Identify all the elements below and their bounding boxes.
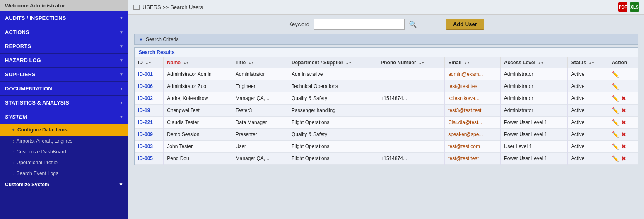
sort-icon[interactable]: ▲▼ <box>346 61 352 64</box>
col-header-phone: Phone Number ▲▼ <box>377 57 445 68</box>
cell-id: ID-003 <box>135 141 164 153</box>
cell-name: John Tester <box>164 141 232 153</box>
sidebar-item-configure-data[interactable]: ✦ Configure Data Items <box>0 124 128 136</box>
edit-button[interactable]: ✏️ <box>612 143 619 150</box>
sidebar-item-customize-system[interactable]: Customize System ▼ <box>0 179 128 190</box>
table-row: ID-006 Administrator Zuo Engineer Techni… <box>135 80 638 92</box>
sidebar-item-customize-dashboard[interactable]: :: Customize DashBoard <box>0 146 128 157</box>
col-header-name: Name ▲▼ <box>164 57 232 68</box>
cell-name: Demo Session <box>164 129 232 141</box>
cell-status: Active <box>567 129 608 141</box>
cell-access-level: Power User Level 1 <box>500 153 567 165</box>
chevron-down-icon: ▼ <box>118 182 123 187</box>
edit-button[interactable]: ✏️ <box>612 95 619 102</box>
edit-button[interactable]: ✏️ <box>612 119 619 126</box>
chevron-down-icon: ▼ <box>119 16 123 20</box>
sort-icon[interactable]: ▲▼ <box>464 61 470 64</box>
cell-phone <box>377 117 445 129</box>
cell-phone: +1514874... <box>377 153 445 165</box>
cell-status: Active <box>567 141 608 153</box>
sidebar-item-statistics-analysis[interactable]: STATISTICS & ANALYSIS ▼ <box>0 96 128 110</box>
cell-id: ID-002 <box>135 92 164 105</box>
page-icon <box>133 5 140 10</box>
cell-name: Administrator Zuo <box>164 80 232 92</box>
sidebar-item-operational-profile[interactable]: :: Operational Profile <box>0 157 128 168</box>
cell-id: ID-001 <box>135 68 164 80</box>
main-panel: USERS >> Search Users PDF XLS Keyword 🔍 … <box>128 0 644 219</box>
cell-email: test@test.test <box>445 153 501 165</box>
cell-access-level: User Level 1 <box>500 141 567 153</box>
cell-access-level: Administrator <box>500 92 567 105</box>
cell-email: Claudia@test... <box>445 117 501 129</box>
sidebar-item-audits-inspections[interactable]: AUDITS / INSPECTIONS ▼ <box>0 11 128 25</box>
search-input[interactable] <box>314 19 405 30</box>
criteria-arrow-icon: ▼ <box>139 37 143 42</box>
cell-name: Claudia Tester <box>164 117 232 129</box>
cell-title: Administrator <box>232 68 288 80</box>
sidebar-item-suppliers[interactable]: SUPPLIERS ▼ <box>0 68 128 82</box>
delete-button[interactable]: ✖ <box>621 119 626 126</box>
sort-icon[interactable]: ▲▼ <box>248 61 254 64</box>
cell-name: Chengwei Test <box>164 105 232 117</box>
cell-title: Manager QA, ... <box>232 92 288 105</box>
sort-icon[interactable]: ▲▼ <box>589 61 595 64</box>
delete-button[interactable]: ✖ <box>621 143 626 150</box>
cell-email: test@test.com <box>445 141 501 153</box>
sidebar-item-search-event-logs[interactable]: :: Search Event Logs <box>0 168 128 179</box>
sort-icon[interactable]: ▲▼ <box>183 61 189 64</box>
sidebar-item-hazard-log[interactable]: HAZARD LOG ▼ <box>0 54 128 68</box>
delete-button[interactable]: ✖ <box>621 155 626 162</box>
cell-phone <box>377 129 445 141</box>
cell-department: Flight Operations <box>288 141 377 153</box>
bullet-icon: ✦ <box>12 128 15 132</box>
delete-button[interactable]: ✖ <box>621 131 626 138</box>
cell-phone <box>377 80 445 92</box>
sidebar-item-documentation[interactable]: DOCUMENTATION ▼ <box>0 82 128 96</box>
export-pdf-button[interactable]: PDF <box>618 2 627 12</box>
sidebar-item-reports[interactable]: REPORTS ▼ <box>0 39 128 54</box>
cell-action: ✏️ ✖ <box>608 129 638 141</box>
content-area: Keyword 🔍 Add User ▼ Search Criteria Sea… <box>128 15 644 219</box>
cell-name: Andrej Kolesnikow <box>164 92 232 105</box>
sidebar-welcome: Welcome Administrator <box>0 0 128 11</box>
sort-icon[interactable]: ▲▼ <box>145 61 151 64</box>
chevron-down-icon: ▼ <box>119 86 123 91</box>
topbar-actions: PDF XLS <box>618 2 639 12</box>
table-row: ID-002 Andrej Kolesnikow Manager QA, ...… <box>135 92 638 105</box>
edit-button[interactable]: ✏️ <box>612 107 619 114</box>
chevron-down-icon: ▼ <box>119 100 123 105</box>
search-bar: Keyword 🔍 Add User <box>134 19 638 30</box>
search-button[interactable]: 🔍 <box>409 20 417 28</box>
sidebar-item-actions[interactable]: ACTIONS ▼ <box>0 25 128 39</box>
delete-button[interactable]: ✖ <box>621 107 626 114</box>
edit-button[interactable]: ✏️ <box>612 155 619 162</box>
export-xls-button[interactable]: XLS <box>630 2 639 12</box>
search-criteria-bar[interactable]: ▼ Search Criteria <box>134 34 638 45</box>
search-results-box: Search Results ID ▲▼ Name ▲▼ Title ▲▼ <box>134 47 638 165</box>
cell-id: ID-006 <box>135 80 164 92</box>
cell-id: ID-221 <box>135 117 164 129</box>
edit-button[interactable]: ✏️ <box>612 71 619 78</box>
chevron-down-icon: ▼ <box>119 44 123 49</box>
chevron-down-icon: ▼ <box>119 72 123 77</box>
cell-access-level: Power User Level 1 <box>500 129 567 141</box>
sort-icon[interactable]: ▲▼ <box>419 61 425 64</box>
cell-email: test3@test.test <box>445 105 501 117</box>
cell-title: Data Manager <box>232 117 288 129</box>
sidebar-item-airports[interactable]: :: Airports, Aircraft, Engines <box>0 136 128 146</box>
bullet-icon: :: <box>12 150 14 154</box>
edit-button[interactable]: ✏️ <box>612 131 619 138</box>
sort-icon[interactable]: ▲▼ <box>538 61 544 64</box>
cell-phone: +1514874... <box>377 92 445 105</box>
cell-status: Active <box>567 105 608 117</box>
sidebar-item-system[interactable]: SYSTEM ▼ <box>0 110 128 124</box>
edit-button[interactable]: ✏️ <box>612 83 619 90</box>
col-header-action: Action <box>608 57 638 68</box>
add-user-button[interactable]: Add User <box>446 19 484 30</box>
delete-button[interactable]: ✖ <box>621 95 626 102</box>
bullet-icon: :: <box>12 171 14 176</box>
cell-access-level: Administrator <box>500 68 567 80</box>
cell-action: ✏️ ✖ <box>608 141 638 153</box>
cell-title: Manager QA, ... <box>232 153 288 165</box>
cell-title: Presenter <box>232 129 288 141</box>
